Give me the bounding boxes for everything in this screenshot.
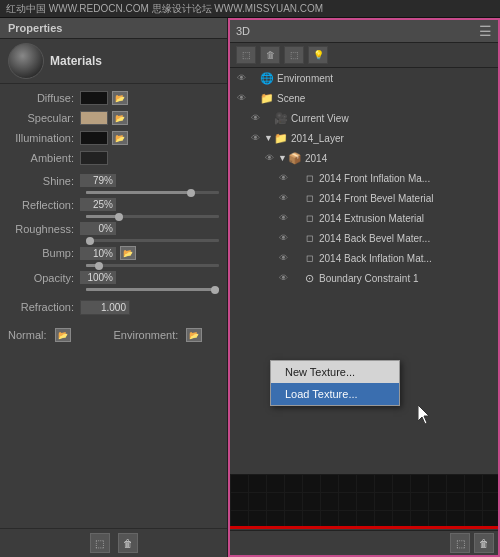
context-menu-item-load-texture[interactable]: Load Texture...: [271, 383, 399, 405]
3d-panel-header: 3D ☰: [230, 20, 498, 43]
3d-panel-header-icons: ☰: [479, 23, 492, 39]
tree-item-boundary[interactable]: 👁 ⊙ Boundary Constraint 1: [272, 268, 498, 288]
reflection-slider-row: Reflection:: [0, 196, 227, 220]
toolbar-btn-3[interactable]: ⬚: [284, 46, 304, 64]
shine-slider-fill: [86, 191, 191, 194]
shine-slider-row: Shine:: [0, 172, 227, 196]
3d-panel-menu-icon[interactable]: ☰: [479, 23, 492, 39]
specular-swatch[interactable]: [80, 111, 108, 125]
tree-item-extrusion[interactable]: 👁 ◻ 2014 Extrusion Material: [272, 208, 498, 228]
color-properties: Diffuse: 📂 Specular: 📂 Illumination: 📂 A…: [0, 84, 227, 172]
eye-icon-2014[interactable]: 👁: [262, 151, 276, 165]
opacity-slider-thumb[interactable]: [211, 286, 219, 294]
reflection-slider-fill: [86, 215, 119, 218]
roughness-label: Roughness:: [8, 223, 80, 235]
top-bar: 红动中国 WWW.REDOCN.COM 思缘设计论坛 WWW.MISSYUAN.…: [0, 0, 500, 18]
tree-bottom-btn-1[interactable]: ⬚: [450, 533, 470, 553]
roughness-slider-track[interactable]: [86, 239, 219, 242]
bump-slider-thumb[interactable]: [95, 262, 103, 270]
environment-label: Environment: [277, 73, 333, 84]
tree-item-environment[interactable]: 👁 🌐 Environment: [230, 68, 498, 88]
eye-icon-back-bevel[interactable]: 👁: [276, 231, 290, 245]
tree-item-front-bevel[interactable]: 👁 ◻ 2014 Front Bevel Material: [272, 188, 498, 208]
tree-item-scene[interactable]: 👁 📁 Scene: [230, 88, 498, 108]
diffuse-swatch[interactable]: [80, 91, 108, 105]
back-inflation-icon: ◻: [302, 251, 316, 265]
reflection-slider-track[interactable]: [86, 215, 219, 218]
toolbar-btn-1[interactable]: ⬚: [236, 46, 256, 64]
eye-icon-2014-layer[interactable]: 👁: [248, 131, 262, 145]
toolbar-btn-2[interactable]: 🗑: [260, 46, 280, 64]
shine-label: Shine:: [8, 175, 80, 187]
bump-file-icon[interactable]: 📂: [120, 246, 136, 260]
boundary-icon: ⊙: [302, 271, 316, 285]
illumination-swatch[interactable]: [80, 131, 108, 145]
environment-label: Environment:: [114, 329, 183, 341]
bump-slider-track[interactable]: [86, 264, 219, 267]
roughness-value[interactable]: [80, 222, 116, 235]
2014-label: 2014: [305, 153, 327, 164]
toolbar-btn-4[interactable]: 💡: [308, 46, 328, 64]
ambient-swatch[interactable]: [80, 151, 108, 165]
specular-file-icon[interactable]: 📂: [112, 111, 128, 125]
materials-header: Materials: [0, 39, 227, 84]
material-preview-ball: [8, 43, 44, 79]
reflection-value[interactable]: [80, 198, 116, 211]
normal-file-icon[interactable]: 📂: [55, 328, 71, 342]
tree-item-2014-layer[interactable]: 👁 ▼ 📁 2014_Layer: [244, 128, 498, 148]
environment-icon: 🌐: [260, 71, 274, 85]
extrusion-icon: ◻: [302, 211, 316, 225]
bottom-icons-bar: ⬚ 🗑: [0, 528, 227, 557]
illumination-row: Illumination: 📂: [0, 128, 227, 148]
tree-item-back-inflation[interactable]: 👁 ◻ 2014 Back Inflation Mat...: [272, 248, 498, 268]
shine-slider-track[interactable]: [86, 191, 219, 194]
3d-toolbar: ⬚ 🗑 ⬚ 💡: [230, 43, 498, 68]
panel-title: Properties: [0, 18, 227, 39]
context-menu: New Texture... Load Texture...: [270, 360, 400, 406]
back-inflation-label: 2014 Back Inflation Mat...: [319, 253, 432, 264]
roughness-slider-thumb[interactable]: [86, 237, 94, 245]
scene-icon: 📁: [260, 91, 274, 105]
2014-layer-label: 2014_Layer: [291, 133, 344, 144]
tree-item-2014[interactable]: 👁 ▼ 📦 2014: [258, 148, 498, 168]
shine-slider-thumb[interactable]: [187, 189, 195, 197]
eye-icon-environment[interactable]: 👁: [234, 71, 248, 85]
tree-bottom-btn-2[interactable]: 🗑: [474, 533, 494, 553]
eye-icon-extrusion[interactable]: 👁: [276, 211, 290, 225]
scene-label: Scene: [277, 93, 305, 104]
reflection-slider-thumb[interactable]: [115, 213, 123, 221]
diffuse-label: Diffuse:: [8, 92, 80, 104]
context-menu-item-new-texture[interactable]: New Texture...: [271, 361, 399, 383]
bottom-icon-2[interactable]: 🗑: [118, 533, 138, 553]
diffuse-file-icon[interactable]: 📂: [112, 91, 128, 105]
shine-value[interactable]: [80, 174, 116, 187]
front-inflation-label: 2014 Front Inflation Ma...: [319, 173, 430, 184]
3d-tree-list[interactable]: 👁 🌐 Environment 👁 📁 Scene 👁 🎥 Current Vi…: [230, 68, 498, 530]
environment-file-icon[interactable]: 📂: [186, 328, 202, 342]
bump-value[interactable]: [80, 247, 116, 260]
current-view-icon: 🎥: [274, 111, 288, 125]
diffuse-row: Diffuse: 📂: [0, 88, 227, 108]
bottom-icon-1[interactable]: ⬚: [90, 533, 110, 553]
bump-label: Bump:: [8, 247, 80, 259]
eye-icon-back-inflation[interactable]: 👁: [276, 251, 290, 265]
tree-item-current-view[interactable]: 👁 🎥 Current View: [244, 108, 498, 128]
eye-icon-current-view[interactable]: 👁: [248, 111, 262, 125]
roughness-slider-row: Roughness:: [0, 220, 227, 244]
eye-icon-scene[interactable]: 👁: [234, 91, 248, 105]
grid-background: [230, 474, 498, 529]
eye-icon-front-inflation[interactable]: 👁: [276, 171, 290, 185]
opacity-label: Opacity:: [8, 272, 80, 284]
front-bevel-label: 2014 Front Bevel Material: [319, 193, 434, 204]
opacity-value[interactable]: [80, 271, 116, 284]
tree-item-back-bevel[interactable]: 👁 ◻ 2014 Back Bevel Mater...: [272, 228, 498, 248]
back-bevel-icon: ◻: [302, 231, 316, 245]
opacity-slider-track[interactable]: [86, 288, 219, 291]
illumination-file-icon[interactable]: 📂: [112, 131, 128, 145]
tree-item-front-inflation[interactable]: 👁 ◻ 2014 Front Inflation Ma...: [272, 168, 498, 188]
refraction-input[interactable]: [80, 300, 130, 315]
reflection-label: Reflection:: [8, 199, 80, 211]
3d-tree-bottom-bar: ⬚ 🗑: [230, 530, 498, 555]
eye-icon-boundary[interactable]: 👁: [276, 271, 290, 285]
eye-icon-front-bevel[interactable]: 👁: [276, 191, 290, 205]
